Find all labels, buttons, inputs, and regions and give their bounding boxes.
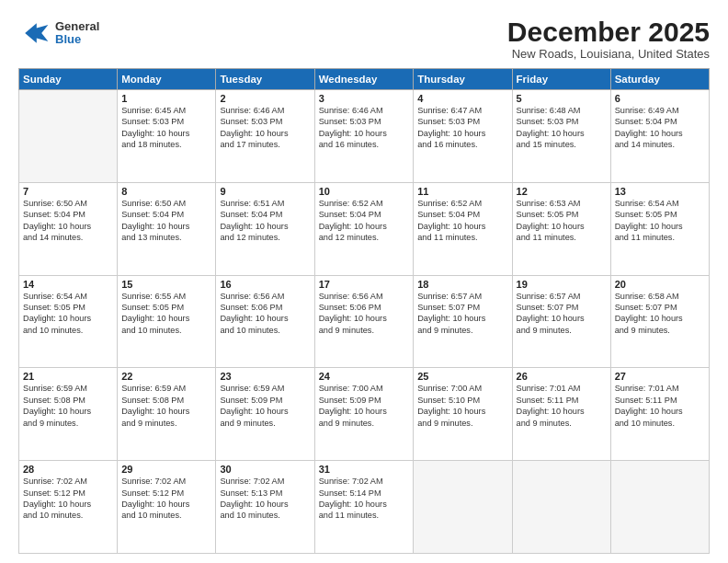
location: New Roads, Louisiana, United States — [507, 47, 710, 61]
day-info: Sunrise: 7:02 AMSunset: 5:12 PMDaylight:… — [121, 476, 211, 522]
day-cell: 30Sunrise: 7:02 AMSunset: 5:13 PMDayligh… — [216, 461, 314, 554]
day-info: Sunrise: 6:49 AMSunset: 5:04 PMDaylight:… — [615, 105, 705, 151]
day-info: Sunrise: 6:57 AMSunset: 5:07 PMDaylight:… — [517, 291, 607, 337]
week-row-4: 21Sunrise: 6:59 AMSunset: 5:08 PMDayligh… — [19, 368, 710, 461]
svg-marker-0 — [25, 23, 48, 43]
day-cell: 26Sunrise: 7:01 AMSunset: 5:11 PMDayligh… — [512, 368, 610, 461]
week-row-1: 1Sunrise: 6:45 AMSunset: 5:03 PMDaylight… — [19, 90, 710, 183]
day-cell: 27Sunrise: 7:01 AMSunset: 5:11 PMDayligh… — [610, 368, 709, 461]
week-row-2: 7Sunrise: 6:50 AMSunset: 5:04 PMDaylight… — [19, 182, 710, 275]
day-info: Sunrise: 6:51 AMSunset: 5:04 PMDaylight:… — [220, 198, 310, 244]
day-cell: 25Sunrise: 7:00 AMSunset: 5:10 PMDayligh… — [414, 368, 512, 461]
day-number: 3 — [319, 93, 410, 104]
day-info: Sunrise: 6:48 AMSunset: 5:03 PMDaylight:… — [517, 105, 607, 151]
day-number: 29 — [121, 464, 211, 475]
day-cell: 4Sunrise: 6:47 AMSunset: 5:03 PMDaylight… — [414, 90, 512, 183]
col-header-sunday: Sunday — [19, 69, 118, 90]
day-number: 30 — [220, 464, 310, 475]
day-info: Sunrise: 7:02 AMSunset: 5:13 PMDaylight:… — [220, 476, 310, 522]
page: General Blue December 2025 New Roads, Lo… — [0, 0, 728, 563]
day-info: Sunrise: 6:58 AMSunset: 5:07 PMDaylight:… — [615, 291, 705, 337]
day-info: Sunrise: 6:59 AMSunset: 5:08 PMDaylight:… — [23, 383, 113, 429]
logo-icon — [18, 17, 51, 50]
day-info: Sunrise: 7:02 AMSunset: 5:14 PMDaylight:… — [319, 476, 410, 522]
day-info: Sunrise: 7:02 AMSunset: 5:12 PMDaylight:… — [23, 476, 113, 522]
day-number: 17 — [319, 279, 410, 290]
day-cell: 23Sunrise: 6:59 AMSunset: 5:09 PMDayligh… — [216, 368, 314, 461]
day-number: 16 — [220, 279, 310, 290]
day-info: Sunrise: 7:00 AMSunset: 5:10 PMDaylight:… — [417, 383, 507, 429]
day-cell — [512, 461, 610, 554]
day-info: Sunrise: 6:52 AMSunset: 5:04 PMDaylight:… — [417, 198, 507, 244]
col-header-friday: Friday — [512, 69, 610, 90]
day-cell: 24Sunrise: 7:00 AMSunset: 5:09 PMDayligh… — [314, 368, 414, 461]
day-info: Sunrise: 6:57 AMSunset: 5:07 PMDaylight:… — [417, 291, 507, 337]
calendar-table: SundayMondayTuesdayWednesdayThursdayFrid… — [18, 68, 710, 554]
day-cell: 14Sunrise: 6:54 AMSunset: 5:05 PMDayligh… — [19, 275, 118, 368]
day-info: Sunrise: 6:59 AMSunset: 5:09 PMDaylight:… — [220, 383, 310, 429]
day-number: 8 — [121, 186, 211, 197]
day-number: 27 — [615, 371, 705, 382]
logo-text: General Blue — [55, 20, 99, 47]
week-row-5: 28Sunrise: 7:02 AMSunset: 5:12 PMDayligh… — [19, 461, 710, 554]
day-number: 23 — [220, 371, 310, 382]
logo-general-text: General — [55, 20, 99, 33]
month-title: December 2025 — [507, 17, 710, 47]
header: General Blue December 2025 New Roads, Lo… — [18, 17, 710, 61]
day-cell: 22Sunrise: 6:59 AMSunset: 5:08 PMDayligh… — [118, 368, 216, 461]
day-number: 25 — [417, 371, 507, 382]
week-row-3: 14Sunrise: 6:54 AMSunset: 5:05 PMDayligh… — [19, 275, 710, 368]
day-number: 5 — [517, 93, 607, 104]
day-number: 13 — [615, 186, 705, 197]
logo: General Blue — [18, 17, 99, 50]
day-number: 18 — [417, 279, 507, 290]
col-header-thursday: Thursday — [414, 69, 512, 90]
col-header-wednesday: Wednesday — [314, 69, 414, 90]
day-info: Sunrise: 7:00 AMSunset: 5:09 PMDaylight:… — [319, 383, 410, 429]
day-cell: 13Sunrise: 6:54 AMSunset: 5:05 PMDayligh… — [610, 182, 709, 275]
day-cell: 31Sunrise: 7:02 AMSunset: 5:14 PMDayligh… — [314, 461, 414, 554]
day-number: 6 — [615, 93, 705, 104]
day-number: 10 — [319, 186, 410, 197]
day-cell: 6Sunrise: 6:49 AMSunset: 5:04 PMDaylight… — [610, 90, 709, 183]
day-cell — [610, 461, 709, 554]
day-cell: 3Sunrise: 6:46 AMSunset: 5:03 PMDaylight… — [314, 90, 414, 183]
day-cell — [414, 461, 512, 554]
day-cell: 5Sunrise: 6:48 AMSunset: 5:03 PMDaylight… — [512, 90, 610, 183]
day-cell: 20Sunrise: 6:58 AMSunset: 5:07 PMDayligh… — [610, 275, 709, 368]
day-number: 28 — [23, 464, 113, 475]
day-number: 1 — [121, 93, 211, 104]
day-cell: 10Sunrise: 6:52 AMSunset: 5:04 PMDayligh… — [314, 182, 414, 275]
col-header-tuesday: Tuesday — [216, 69, 314, 90]
day-info: Sunrise: 6:55 AMSunset: 5:05 PMDaylight:… — [121, 291, 211, 337]
day-number: 21 — [23, 371, 113, 382]
col-header-saturday: Saturday — [610, 69, 709, 90]
day-cell: 16Sunrise: 6:56 AMSunset: 5:06 PMDayligh… — [216, 275, 314, 368]
day-info: Sunrise: 6:56 AMSunset: 5:06 PMDaylight:… — [220, 291, 310, 337]
day-cell: 19Sunrise: 6:57 AMSunset: 5:07 PMDayligh… — [512, 275, 610, 368]
day-info: Sunrise: 6:53 AMSunset: 5:05 PMDaylight:… — [517, 198, 607, 244]
day-info: Sunrise: 6:46 AMSunset: 5:03 PMDaylight:… — [220, 105, 310, 151]
day-number: 26 — [517, 371, 607, 382]
day-number: 22 — [121, 371, 211, 382]
day-info: Sunrise: 6:59 AMSunset: 5:08 PMDaylight:… — [121, 383, 211, 429]
day-info: Sunrise: 6:50 AMSunset: 5:04 PMDaylight:… — [121, 198, 211, 244]
day-cell: 11Sunrise: 6:52 AMSunset: 5:04 PMDayligh… — [414, 182, 512, 275]
day-cell: 1Sunrise: 6:45 AMSunset: 5:03 PMDaylight… — [118, 90, 216, 183]
day-cell: 7Sunrise: 6:50 AMSunset: 5:04 PMDaylight… — [19, 182, 118, 275]
day-number: 14 — [23, 279, 113, 290]
day-cell: 12Sunrise: 6:53 AMSunset: 5:05 PMDayligh… — [512, 182, 610, 275]
day-number: 11 — [417, 186, 507, 197]
day-cell: 21Sunrise: 6:59 AMSunset: 5:08 PMDayligh… — [19, 368, 118, 461]
day-number: 19 — [517, 279, 607, 290]
day-number: 20 — [615, 279, 705, 290]
day-info: Sunrise: 6:54 AMSunset: 5:05 PMDaylight:… — [23, 291, 113, 337]
day-info: Sunrise: 6:47 AMSunset: 5:03 PMDaylight:… — [417, 105, 507, 151]
day-info: Sunrise: 6:52 AMSunset: 5:04 PMDaylight:… — [319, 198, 410, 244]
day-number: 24 — [319, 371, 410, 382]
day-info: Sunrise: 7:01 AMSunset: 5:11 PMDaylight:… — [517, 383, 607, 429]
day-info: Sunrise: 7:01 AMSunset: 5:11 PMDaylight:… — [615, 383, 705, 429]
day-cell: 29Sunrise: 7:02 AMSunset: 5:12 PMDayligh… — [118, 461, 216, 554]
day-number: 9 — [220, 186, 310, 197]
day-number: 31 — [319, 464, 410, 475]
